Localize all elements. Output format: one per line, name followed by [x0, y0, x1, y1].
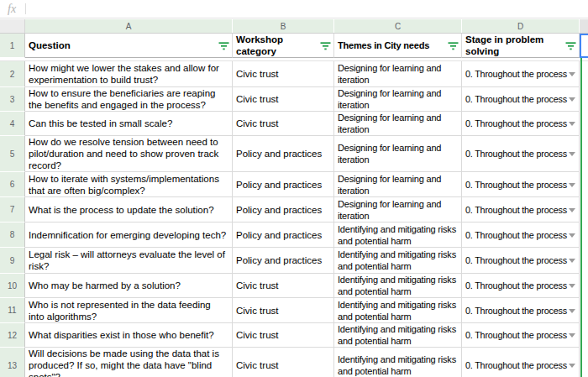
- table-row: 11Who is not represented in the data fee…: [0, 298, 588, 323]
- spreadsheet-app: fx ABCD 1QuestionWorkshop categoryThemes…: [0, 0, 588, 377]
- question-cell[interactable]: What is the process to update the soluti…: [25, 197, 233, 223]
- stage-dropdown-cell[interactable]: 0. Throughout the process: [462, 61, 580, 87]
- category-cell[interactable]: Civic trust: [233, 298, 334, 323]
- stage-dropdown-cell[interactable]: 0. Throughout the process: [462, 87, 580, 112]
- column-title-cell[interactable]: Workshop category: [233, 34, 334, 58]
- filter-icon[interactable]: [320, 41, 331, 50]
- row-header-12[interactable]: 12: [0, 323, 25, 348]
- chevron-down-icon[interactable]: [569, 72, 575, 76]
- theme-cell[interactable]: Identifying and mitigating risks and pot…: [334, 248, 462, 274]
- active-cell-e1[interactable]: [580, 34, 588, 58]
- chevron-down-icon[interactable]: [569, 364, 575, 368]
- question-cell[interactable]: Indemnification for emerging developing …: [25, 223, 233, 248]
- row-header-5[interactable]: 5: [0, 136, 25, 172]
- row-header-13[interactable]: 13: [0, 348, 25, 377]
- category-cell[interactable]: Civic trust: [233, 348, 334, 377]
- column-title-cell[interactable]: Stage in problem solving: [462, 34, 580, 58]
- question-cell[interactable]: How might we lower the stakes and allow …: [25, 61, 233, 87]
- row-header-6[interactable]: 6: [0, 172, 25, 197]
- theme-cell[interactable]: Designing for learning and iteration: [334, 197, 462, 223]
- question-cell[interactable]: How to ensure the beneficiaries are reap…: [25, 87, 233, 112]
- filter-icon[interactable]: [448, 41, 459, 50]
- table-row: 10Who may be harmed by a solution?Civic …: [0, 274, 588, 298]
- stage-dropdown-cell[interactable]: 0. Throughout the process: [462, 298, 580, 323]
- column-header-d[interactable]: D: [462, 19, 580, 33]
- row-header-3[interactable]: 3: [0, 87, 25, 112]
- column-header-b[interactable]: B: [233, 19, 334, 33]
- chevron-down-icon[interactable]: [569, 309, 575, 313]
- select-all-corner[interactable]: [0, 19, 25, 33]
- formula-input[interactable]: [26, 0, 588, 18]
- row-header-4[interactable]: 4: [0, 112, 25, 136]
- table-row: 2How might we lower the stakes and allow…: [0, 61, 588, 87]
- theme-cell[interactable]: Designing for learning and iteration: [334, 136, 462, 172]
- filter-icon[interactable]: [218, 41, 229, 50]
- row-header-1[interactable]: 1: [0, 34, 25, 58]
- category-cell[interactable]: Policy and practices: [233, 136, 334, 172]
- row-header-2[interactable]: 2: [0, 61, 25, 87]
- column-header-c[interactable]: C: [334, 19, 462, 33]
- fx-icon: fx: [8, 3, 16, 16]
- chevron-down-icon[interactable]: [569, 152, 575, 156]
- stage-dropdown-cell[interactable]: 0. Throughout the process: [462, 172, 580, 197]
- column-title-cell[interactable]: Themes in City needs: [334, 34, 462, 58]
- chevron-down-icon[interactable]: [569, 97, 575, 102]
- question-cell[interactable]: Legal risk – will attorneys evaluate the…: [25, 248, 233, 274]
- stage-dropdown-cell[interactable]: 0. Throughout the process: [462, 323, 580, 348]
- category-cell[interactable]: Civic trust: [233, 112, 334, 136]
- theme-cell[interactable]: Designing for learning and iteration: [334, 112, 462, 136]
- question-cell[interactable]: What disparities exist in those who bene…: [25, 323, 233, 348]
- theme-cell[interactable]: Identifying and mitigating risks and pot…: [334, 348, 462, 377]
- table-row: 7What is the process to update the solut…: [0, 197, 588, 223]
- chevron-down-icon[interactable]: [569, 233, 575, 238]
- question-cell[interactable]: How to iterate with systems/implementati…: [25, 172, 233, 197]
- stage-dropdown-cell[interactable]: 0. Throughout the process: [462, 274, 580, 298]
- stage-dropdown-cell[interactable]: 0. Throughout the process: [462, 197, 580, 223]
- stage-dropdown-cell[interactable]: 0. Throughout the process: [462, 248, 580, 274]
- theme-cell[interactable]: Designing for learning and iteration: [334, 61, 462, 87]
- category-cell[interactable]: Policy and practices: [233, 197, 334, 223]
- theme-cell[interactable]: Identifying and mitigating risks and pot…: [334, 323, 462, 348]
- chevron-down-icon[interactable]: [569, 183, 575, 187]
- column-header-a[interactable]: A: [25, 19, 233, 33]
- table-row: 4Can this be tested in small scale?Civic…: [0, 112, 588, 136]
- theme-cell[interactable]: Designing for learning and iteration: [334, 172, 462, 197]
- category-cell[interactable]: Civic trust: [233, 323, 334, 348]
- stage-dropdown-cell[interactable]: 0. Throughout the process: [462, 223, 580, 248]
- chevron-down-icon[interactable]: [569, 333, 575, 338]
- filter-icon[interactable]: [565, 41, 576, 50]
- category-cell[interactable]: Policy and practices: [233, 248, 334, 274]
- row-header-11[interactable]: 11: [0, 298, 25, 323]
- category-cell[interactable]: Policy and practices: [233, 172, 334, 197]
- stage-dropdown-cell[interactable]: 0. Throughout the process: [462, 348, 580, 377]
- table-row: 1QuestionWorkshop categoryThemes in City…: [0, 34, 588, 58]
- stage-dropdown-cell[interactable]: 0. Throughout the process: [462, 112, 580, 136]
- row-header-8[interactable]: 8: [0, 223, 25, 248]
- chevron-down-icon[interactable]: [569, 208, 575, 212]
- theme-cell[interactable]: Identifying and mitigating risks and pot…: [334, 223, 462, 248]
- question-cell[interactable]: Who may be harmed by a solution?: [25, 274, 233, 298]
- column-header-e-sliver[interactable]: [580, 19, 588, 33]
- formula-bar: fx: [0, 0, 588, 18]
- category-cell[interactable]: Civic trust: [233, 87, 334, 112]
- column-header-strip: ABCD: [0, 19, 588, 34]
- question-cell[interactable]: How do we resolve tension between need t…: [25, 136, 233, 172]
- chevron-down-icon[interactable]: [569, 122, 575, 126]
- row-header-9[interactable]: 9: [0, 248, 25, 274]
- question-cell[interactable]: Can this be tested in small scale?: [25, 112, 233, 136]
- row-header-10[interactable]: 10: [0, 274, 25, 298]
- table-row: 6How to iterate with systems/implementat…: [0, 172, 588, 197]
- category-cell[interactable]: Policy and practices: [233, 223, 334, 248]
- theme-cell[interactable]: Identifying and mitigating risks and pot…: [334, 298, 462, 323]
- chevron-down-icon[interactable]: [569, 259, 575, 263]
- row-header-7[interactable]: 7: [0, 197, 25, 223]
- category-cell[interactable]: Civic trust: [233, 274, 334, 298]
- stage-dropdown-cell[interactable]: 0. Throughout the process: [462, 136, 580, 172]
- question-cell[interactable]: Will decisions be made using the data th…: [25, 348, 233, 377]
- question-cell[interactable]: Who is not represented in the data feedi…: [25, 298, 233, 323]
- category-cell[interactable]: Civic trust: [233, 61, 334, 87]
- theme-cell[interactable]: Identifying and mitigating risks and pot…: [334, 274, 462, 298]
- theme-cell[interactable]: Designing for learning and iteration: [334, 87, 462, 112]
- column-title-cell[interactable]: Question: [25, 34, 233, 58]
- chevron-down-icon[interactable]: [569, 284, 575, 288]
